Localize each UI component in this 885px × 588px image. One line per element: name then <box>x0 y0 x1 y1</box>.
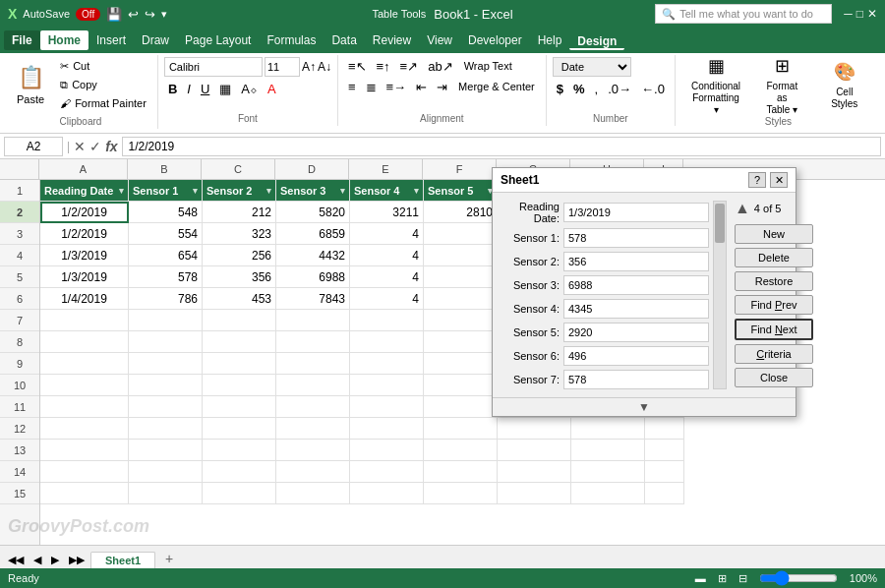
font-color-button[interactable]: A <box>264 80 280 97</box>
cell-8-5[interactable] <box>350 331 424 353</box>
cell-3-5[interactable]: 4 <box>350 223 424 245</box>
redo-icon[interactable]: ↪ <box>145 7 155 22</box>
cell-9-2[interactable] <box>129 353 203 375</box>
align-top-left-button[interactable]: ≡↖ <box>344 57 371 75</box>
cell-12-8[interactable] <box>571 418 645 440</box>
cell-12-1[interactable] <box>40 418 129 440</box>
menu-home[interactable]: Home <box>40 30 88 50</box>
cell-6-4[interactable]: 7843 <box>276 288 350 310</box>
dialog-btn-find-next[interactable]: Find Next <box>735 319 813 340</box>
cell-4-4[interactable]: 4432 <box>276 245 350 266</box>
align-left-button[interactable]: ≡ <box>344 78 360 95</box>
indent-increase-button[interactable]: ⇥ <box>433 78 451 95</box>
cell-14-1[interactable] <box>40 461 129 483</box>
menu-help[interactable]: Help <box>530 30 570 50</box>
cell-15-4[interactable] <box>276 483 350 504</box>
cell-11-3[interactable] <box>203 396 276 418</box>
cell-7-2[interactable] <box>129 310 203 331</box>
cell-14-7[interactable] <box>498 461 571 483</box>
font-decrease-btn[interactable]: A↓ <box>318 60 331 74</box>
menu-design[interactable]: Design <box>569 31 624 50</box>
cell-1-4[interactable]: Sensor 3▾ <box>276 180 350 202</box>
cell-14-9[interactable] <box>645 461 684 483</box>
cell-3-1[interactable]: 1/2/2019 <box>40 223 129 245</box>
cell-8-3[interactable] <box>203 331 276 353</box>
cell-6-3[interactable]: 453 <box>203 288 276 310</box>
dialog-field-input-2[interactable] <box>563 252 709 271</box>
format-as-table-button[interactable]: ⊞ Format asTable ▾ <box>752 57 811 114</box>
save-icon[interactable]: 💾 <box>106 7 122 22</box>
counter-up-arrow[interactable]: ▲ <box>735 201 750 216</box>
dialog-btn-restore[interactable]: Restore <box>735 271 813 291</box>
cell-1-6[interactable]: Sensor 5▾ <box>424 180 498 202</box>
cell-13-4[interactable] <box>276 440 350 461</box>
cell-11-1[interactable] <box>40 396 129 418</box>
cell-9-4[interactable] <box>276 353 350 375</box>
cell-15-3[interactable] <box>203 483 276 504</box>
cell-12-6[interactable] <box>424 418 498 440</box>
align-top-center-button[interactable]: ≡↑ <box>373 57 394 75</box>
cell-13-7[interactable] <box>498 440 571 461</box>
cell-1-2[interactable]: Sensor 1▾ <box>129 180 203 202</box>
cell-1-3[interactable]: Sensor 2▾ <box>203 180 276 202</box>
view-normal-icon[interactable]: ▬ <box>695 572 706 584</box>
cell-5-2[interactable]: 578 <box>129 266 203 288</box>
cell-13-1[interactable] <box>40 440 129 461</box>
align-top-right-button[interactable]: ≡↗ <box>396 57 423 75</box>
cell-15-5[interactable] <box>350 483 424 504</box>
cell-13-5[interactable] <box>350 440 424 461</box>
font-name-selector[interactable] <box>164 57 263 77</box>
cell-5-4[interactable]: 6988 <box>276 266 350 288</box>
formula-cancel-icon[interactable]: ✕ <box>74 139 86 154</box>
format-painter-button[interactable]: 🖌 Format Painter <box>55 94 151 112</box>
orientation-button[interactable]: ab↗ <box>424 57 456 75</box>
dialog-field-input-0[interactable] <box>563 203 709 222</box>
cell-13-6[interactable] <box>424 440 498 461</box>
cell-10-4[interactable] <box>276 375 350 396</box>
dialog-field-input-3[interactable] <box>563 275 709 295</box>
bold-button[interactable]: B <box>164 80 181 97</box>
cell-14-2[interactable] <box>129 461 203 483</box>
cell-12-4[interactable] <box>276 418 350 440</box>
sheet-navigate-next[interactable]: ▶ <box>47 552 63 568</box>
dialog-help-btn[interactable]: ? <box>748 172 766 188</box>
dialog-field-input-5[interactable] <box>563 323 709 342</box>
cell-9-6[interactable] <box>424 353 498 375</box>
cell-4-3[interactable]: 256 <box>203 245 276 266</box>
cell-13-2[interactable] <box>129 440 203 461</box>
sheet-tab-sheet1[interactable]: Sheet1 <box>90 552 155 568</box>
sheet-navigate-left[interactable]: ◀◀ <box>4 552 28 568</box>
cell-12-5[interactable] <box>350 418 424 440</box>
cell-14-4[interactable] <box>276 461 350 483</box>
wrap-text-button[interactable]: Wrap Text <box>459 57 517 75</box>
dollar-btn[interactable]: $ <box>553 80 567 97</box>
cell-4-5[interactable]: 4 <box>350 245 424 266</box>
sheet-navigate-right[interactable]: ▶▶ <box>65 552 88 568</box>
cell-14-8[interactable] <box>571 461 645 483</box>
cell-12-3[interactable] <box>203 418 276 440</box>
cell-10-3[interactable] <box>203 375 276 396</box>
formula-input[interactable] <box>122 137 881 156</box>
dialog-field-input-6[interactable] <box>563 346 709 366</box>
menu-draw[interactable]: Draw <box>134 30 177 50</box>
cell-15-8[interactable] <box>571 483 645 504</box>
cell-9-5[interactable] <box>350 353 424 375</box>
cell-6-1[interactable]: 1/4/2019 <box>40 288 129 310</box>
menu-data[interactable]: Data <box>324 30 364 50</box>
italic-button[interactable]: I <box>183 80 195 97</box>
cell-15-6[interactable] <box>424 483 498 504</box>
undo-icon[interactable]: ↩ <box>128 7 139 22</box>
underline-button[interactable]: U <box>197 80 213 97</box>
dialog-scrollbar[interactable] <box>713 201 727 389</box>
conditional-formatting-button[interactable]: ▦ ConditionalFormatting ▾ <box>681 57 750 114</box>
cell-1-5[interactable]: Sensor 4▾ <box>350 180 424 202</box>
align-center-button[interactable]: ≣ <box>362 78 381 95</box>
cell-8-6[interactable] <box>424 331 498 353</box>
fill-color-button[interactable]: A⬦ <box>237 80 262 97</box>
dialog-btn-find-prev[interactable]: Find Prev <box>735 295 813 315</box>
cell-14-5[interactable] <box>350 461 424 483</box>
formula-function-icon[interactable]: fx <box>105 139 117 154</box>
cell-9-3[interactable] <box>203 353 276 375</box>
cell-13-9[interactable] <box>645 440 684 461</box>
cell-8-2[interactable] <box>129 331 203 353</box>
